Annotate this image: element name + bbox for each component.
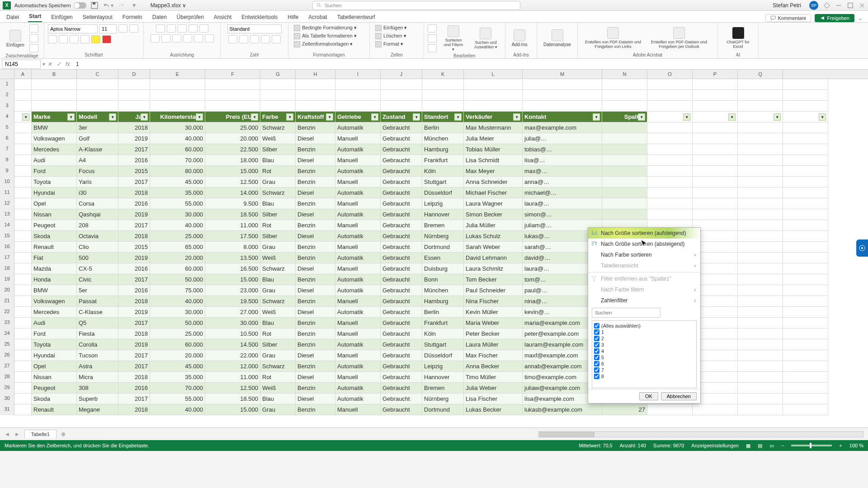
- cell[interactable]: Mercedes: [32, 307, 77, 318]
- column-header[interactable]: Q: [738, 70, 783, 79]
- chatgpt-button[interactable]: ChatGPT for Excel: [722, 26, 755, 50]
- cell[interactable]: Benzin: [296, 177, 335, 188]
- cell[interactable]: 15.000: [205, 404, 260, 415]
- cell[interactable]: 2018: [118, 296, 150, 307]
- cell[interactable]: 50.000: [150, 274, 205, 285]
- cell[interactable]: Tom Becker: [464, 274, 523, 285]
- comma-button[interactable]: [250, 35, 259, 43]
- cell[interactable]: Gebraucht: [381, 307, 422, 318]
- cell[interactable]: [523, 79, 602, 90]
- cell[interactable]: michael@…: [523, 188, 602, 198]
- filter-check-item[interactable]: 4: [594, 348, 694, 354]
- cell[interactable]: Gebraucht: [381, 372, 422, 383]
- cell[interactable]: Laura Schmitz: [464, 263, 523, 274]
- cell[interactable]: [738, 79, 783, 90]
- row-header[interactable]: 6: [0, 133, 14, 144]
- cell[interactable]: Kilometerstand: [150, 112, 205, 122]
- sort-asc-item[interactable]: Nach Größe sortieren (aufsteigend): [588, 228, 700, 239]
- cell[interactable]: 2017: [118, 220, 150, 231]
- cell[interactable]: Schwarz: [260, 263, 296, 274]
- cell[interactable]: Automatik: [335, 144, 381, 155]
- cell[interactable]: [296, 79, 335, 90]
- cell[interactable]: Köln: [422, 166, 464, 177]
- cell[interactable]: Benzin: [296, 318, 335, 328]
- cell[interactable]: 60.000: [150, 339, 205, 350]
- acrobat-link-button[interactable]: Erstellen von PDF-Dateien und Freigeben …: [581, 26, 645, 50]
- cell[interactable]: CX-5: [77, 263, 118, 274]
- cell[interactable]: [32, 101, 77, 112]
- cell[interactable]: [783, 339, 828, 350]
- cell[interactable]: laura@…: [523, 198, 602, 209]
- align-center-button[interactable]: [161, 34, 170, 42]
- cell[interactable]: [14, 166, 32, 177]
- cell[interactable]: Toyota: [32, 339, 77, 350]
- cell[interactable]: Hyundai: [32, 350, 77, 361]
- view-normal-icon[interactable]: ▦: [746, 443, 750, 449]
- cell[interactable]: 2017: [118, 177, 150, 188]
- cell[interactable]: Leipzig: [422, 198, 464, 209]
- row-header[interactable]: 16: [0, 242, 14, 253]
- cell[interactable]: 2019: [118, 339, 150, 350]
- cell[interactable]: 45.000: [150, 177, 205, 188]
- cell[interactable]: Manuell: [335, 220, 381, 231]
- cell[interactable]: [602, 155, 647, 166]
- cell[interactable]: [783, 394, 828, 404]
- cell[interactable]: A-Klasse: [77, 144, 118, 155]
- cell[interactable]: Automatik: [335, 231, 381, 242]
- display-settings-button[interactable]: Anzeigeeinstellungen: [691, 443, 739, 448]
- cell[interactable]: Fiat: [32, 253, 77, 263]
- cell[interactable]: Dortmund: [422, 242, 464, 253]
- view-pagebreak-icon[interactable]: ▭: [769, 443, 774, 449]
- cell[interactable]: Nürnberg: [422, 231, 464, 242]
- cell[interactable]: Manuell: [335, 372, 381, 383]
- cell[interactable]: Bremen: [422, 220, 464, 231]
- cell[interactable]: Gebraucht: [381, 231, 422, 242]
- cell[interactable]: Benzin: [296, 339, 335, 350]
- filter-search-input[interactable]: [592, 308, 660, 318]
- cell[interactable]: Civic: [77, 274, 118, 285]
- cell[interactable]: 2018: [118, 372, 150, 383]
- cell[interactable]: Skoda: [32, 394, 77, 404]
- cell[interactable]: Automatik: [335, 209, 381, 220]
- cell[interactable]: 22.500: [205, 144, 260, 155]
- cell[interactable]: [335, 79, 381, 90]
- cell[interactable]: [14, 155, 32, 166]
- currency-button[interactable]: [228, 35, 237, 43]
- row-header[interactable]: 23: [0, 318, 14, 328]
- cell[interactable]: Gebraucht: [381, 404, 422, 415]
- cell[interactable]: Essen: [422, 253, 464, 263]
- cell[interactable]: [422, 90, 464, 101]
- cell[interactable]: [738, 274, 783, 285]
- cell[interactable]: Gebraucht: [381, 177, 422, 188]
- cell[interactable]: [647, 112, 693, 122]
- clear-button[interactable]: [428, 44, 437, 52]
- cell[interactable]: julia@…: [523, 133, 602, 144]
- cell[interactable]: 2017: [118, 394, 150, 404]
- cell[interactable]: Jahr: [118, 112, 150, 122]
- cell[interactable]: [738, 350, 783, 361]
- cell[interactable]: Manuell: [335, 198, 381, 209]
- cell[interactable]: [335, 90, 381, 101]
- comments-button[interactable]: Kommentare: [765, 14, 811, 22]
- undo-icon[interactable]: [103, 2, 110, 9]
- tab-einfügen[interactable]: Einfügen: [50, 12, 73, 22]
- cell[interactable]: [693, 144, 738, 155]
- merge-button[interactable]: [205, 34, 214, 42]
- cell[interactable]: Gebraucht: [381, 198, 422, 209]
- cell[interactable]: Simon Becker: [464, 209, 523, 220]
- align-top-button[interactable]: [156, 24, 165, 33]
- cell[interactable]: 18.500: [205, 209, 260, 220]
- filter-cancel-button[interactable]: Abbrechen: [661, 392, 697, 400]
- row-header[interactable]: 22: [0, 307, 14, 318]
- cell[interactable]: Berlin: [422, 307, 464, 318]
- fill-color-button[interactable]: [91, 35, 100, 43]
- cell[interactable]: Grau: [260, 350, 296, 361]
- cell[interactable]: 22.000: [205, 350, 260, 361]
- fx-icon[interactable]: fx: [63, 61, 72, 67]
- column-header[interactable]: E: [150, 70, 205, 79]
- cell[interactable]: Max Fischer: [464, 350, 523, 361]
- autosum-button[interactable]: [428, 24, 437, 33]
- cell[interactable]: Grau: [260, 404, 296, 415]
- border-button[interactable]: [80, 35, 90, 43]
- cell[interactable]: [783, 122, 828, 133]
